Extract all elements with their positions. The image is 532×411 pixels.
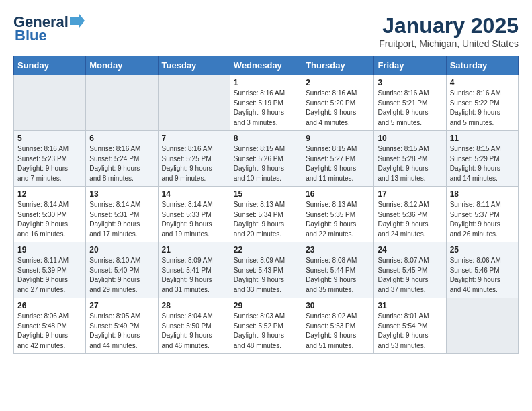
calendar-cell (446, 298, 518, 354)
calendar-cell: 20Sunrise: 8:10 AMSunset: 5:40 PMDayligh… (86, 242, 158, 298)
calendar-cell: 15Sunrise: 8:13 AMSunset: 5:34 PMDayligh… (230, 187, 302, 242)
day-number: 28 (162, 301, 226, 310)
calendar-cell: 8Sunrise: 8:15 AMSunset: 5:26 PMDaylight… (230, 131, 302, 187)
day-info: Sunrise: 8:15 AMSunset: 5:28 PMDaylight:… (378, 144, 442, 183)
calendar-cell: 23Sunrise: 8:08 AMSunset: 5:44 PMDayligh… (302, 242, 374, 298)
day-info: Sunrise: 8:09 AMSunset: 5:41 PMDaylight:… (162, 256, 226, 295)
day-info: Sunrise: 8:11 AMSunset: 5:39 PMDaylight:… (17, 256, 82, 295)
day-info: Sunrise: 8:06 AMSunset: 5:46 PMDaylight:… (450, 256, 515, 295)
day-info: Sunrise: 8:15 AMSunset: 5:29 PMDaylight:… (450, 144, 515, 183)
header-thursday: Thursday (302, 56, 374, 75)
day-number: 29 (234, 301, 298, 310)
day-info: Sunrise: 8:03 AMSunset: 5:52 PMDaylight:… (234, 312, 298, 351)
svg-marker-0 (70, 14, 85, 28)
day-number: 10 (378, 134, 442, 143)
day-info: Sunrise: 8:16 AMSunset: 5:25 PMDaylight:… (162, 144, 226, 183)
calendar-cell: 29Sunrise: 8:03 AMSunset: 5:52 PMDayligh… (230, 298, 302, 354)
calendar-cell: 6Sunrise: 8:16 AMSunset: 5:24 PMDaylight… (86, 131, 158, 187)
title-block: January 2025 Fruitport, Michigan, United… (379, 13, 519, 49)
header-sunday: Sunday (14, 56, 86, 75)
day-number: 22 (234, 245, 298, 255)
day-info: Sunrise: 8:16 AMSunset: 5:23 PMDaylight:… (17, 144, 82, 183)
calendar-cell: 21Sunrise: 8:09 AMSunset: 5:41 PMDayligh… (158, 242, 230, 298)
calendar-cell (158, 75, 230, 131)
calendar-cell: 25Sunrise: 8:06 AMSunset: 5:46 PMDayligh… (446, 242, 518, 298)
day-number: 24 (378, 245, 442, 255)
calendar-table: SundayMondayTuesdayWednesdayThursdayFrid… (13, 56, 519, 354)
day-number: 30 (306, 301, 370, 310)
day-number: 4 (450, 78, 515, 87)
day-info: Sunrise: 8:06 AMSunset: 5:48 PMDaylight:… (17, 312, 82, 351)
day-number: 9 (306, 134, 370, 143)
calendar-cell: 13Sunrise: 8:14 AMSunset: 5:31 PMDayligh… (86, 187, 158, 242)
calendar-cell: 11Sunrise: 8:15 AMSunset: 5:29 PMDayligh… (446, 131, 518, 187)
logo-arrow-icon (70, 14, 85, 28)
calendar-cell (14, 75, 86, 131)
header-wednesday: Wednesday (230, 56, 302, 75)
week-row-2: 5Sunrise: 8:16 AMSunset: 5:23 PMDaylight… (14, 131, 519, 187)
day-info: Sunrise: 8:08 AMSunset: 5:44 PMDaylight:… (306, 256, 370, 295)
day-number: 21 (162, 245, 226, 255)
day-number: 25 (450, 245, 515, 255)
header-friday: Friday (374, 56, 446, 75)
calendar-cell: 7Sunrise: 8:16 AMSunset: 5:25 PMDaylight… (158, 131, 230, 187)
calendar-cell: 22Sunrise: 8:09 AMSunset: 5:43 PMDayligh… (230, 242, 302, 298)
week-row-5: 26Sunrise: 8:06 AMSunset: 5:48 PMDayligh… (14, 298, 519, 354)
day-info: Sunrise: 8:07 AMSunset: 5:45 PMDaylight:… (378, 256, 442, 295)
day-info: Sunrise: 8:15 AMSunset: 5:26 PMDaylight:… (234, 144, 298, 183)
day-info: Sunrise: 8:05 AMSunset: 5:49 PMDaylight:… (89, 312, 154, 351)
week-row-4: 19Sunrise: 8:11 AMSunset: 5:39 PMDayligh… (14, 242, 519, 298)
calendar-cell: 24Sunrise: 8:07 AMSunset: 5:45 PMDayligh… (374, 242, 446, 298)
calendar-cell: 16Sunrise: 8:13 AMSunset: 5:35 PMDayligh… (302, 187, 374, 242)
day-number: 5 (17, 134, 82, 143)
day-info: Sunrise: 8:14 AMSunset: 5:33 PMDaylight:… (162, 200, 226, 239)
week-row-3: 12Sunrise: 8:14 AMSunset: 5:30 PMDayligh… (14, 187, 519, 242)
day-info: Sunrise: 8:12 AMSunset: 5:36 PMDaylight:… (378, 200, 442, 239)
calendar-cell: 26Sunrise: 8:06 AMSunset: 5:48 PMDayligh… (14, 298, 86, 354)
calendar-cell: 27Sunrise: 8:05 AMSunset: 5:49 PMDayligh… (86, 298, 158, 354)
calendar-cell: 10Sunrise: 8:15 AMSunset: 5:28 PMDayligh… (374, 131, 446, 187)
day-number: 16 (306, 189, 370, 199)
day-info: Sunrise: 8:16 AMSunset: 5:24 PMDaylight:… (89, 144, 154, 183)
day-info: Sunrise: 8:01 AMSunset: 5:54 PMDaylight:… (378, 312, 442, 351)
day-number: 3 (378, 78, 442, 87)
calendar-cell (86, 75, 158, 131)
day-info: Sunrise: 8:10 AMSunset: 5:40 PMDaylight:… (89, 256, 154, 295)
calendar-header: SundayMondayTuesdayWednesdayThursdayFrid… (14, 56, 519, 75)
day-number: 23 (306, 245, 370, 255)
calendar-cell: 17Sunrise: 8:12 AMSunset: 5:36 PMDayligh… (374, 187, 446, 242)
day-number: 26 (17, 301, 82, 310)
day-info: Sunrise: 8:13 AMSunset: 5:34 PMDaylight:… (234, 200, 298, 239)
header-monday: Monday (86, 56, 158, 75)
day-info: Sunrise: 8:14 AMSunset: 5:30 PMDaylight:… (17, 200, 82, 239)
day-number: 31 (378, 301, 442, 310)
header-row: SundayMondayTuesdayWednesdayThursdayFrid… (14, 56, 519, 75)
day-info: Sunrise: 8:09 AMSunset: 5:43 PMDaylight:… (234, 256, 298, 295)
header-saturday: Saturday (446, 56, 518, 75)
day-number: 14 (162, 189, 226, 199)
day-info: Sunrise: 8:16 AMSunset: 5:19 PMDaylight:… (234, 89, 298, 128)
day-number: 18 (450, 189, 515, 199)
day-info: Sunrise: 8:16 AMSunset: 5:20 PMDaylight:… (306, 89, 370, 128)
calendar-cell: 19Sunrise: 8:11 AMSunset: 5:39 PMDayligh… (14, 242, 86, 298)
logo-blue: Blue (15, 27, 47, 44)
location: Fruitport, Michigan, United States (379, 38, 519, 49)
day-info: Sunrise: 8:16 AMSunset: 5:21 PMDaylight:… (378, 89, 442, 128)
calendar-cell: 5Sunrise: 8:16 AMSunset: 5:23 PMDaylight… (14, 131, 86, 187)
day-number: 6 (89, 134, 154, 143)
calendar-cell: 28Sunrise: 8:04 AMSunset: 5:50 PMDayligh… (158, 298, 230, 354)
day-info: Sunrise: 8:16 AMSunset: 5:22 PMDaylight:… (450, 89, 515, 128)
week-row-1: 1Sunrise: 8:16 AMSunset: 5:19 PMDaylight… (14, 75, 519, 131)
day-info: Sunrise: 8:11 AMSunset: 5:37 PMDaylight:… (450, 200, 515, 239)
day-info: Sunrise: 8:04 AMSunset: 5:50 PMDaylight:… (162, 312, 226, 351)
calendar-cell: 14Sunrise: 8:14 AMSunset: 5:33 PMDayligh… (158, 187, 230, 242)
header-tuesday: Tuesday (158, 56, 230, 75)
calendar-cell: 4Sunrise: 8:16 AMSunset: 5:22 PMDaylight… (446, 75, 518, 131)
day-info: Sunrise: 8:14 AMSunset: 5:31 PMDaylight:… (89, 200, 154, 239)
day-info: Sunrise: 8:13 AMSunset: 5:35 PMDaylight:… (306, 200, 370, 239)
day-number: 20 (89, 245, 154, 255)
page-header: General Blue January 2025 Fruitport, Mic… (13, 13, 519, 49)
day-number: 12 (17, 189, 82, 199)
month-title: January 2025 (379, 13, 519, 38)
calendar-cell: 31Sunrise: 8:01 AMSunset: 5:54 PMDayligh… (374, 298, 446, 354)
